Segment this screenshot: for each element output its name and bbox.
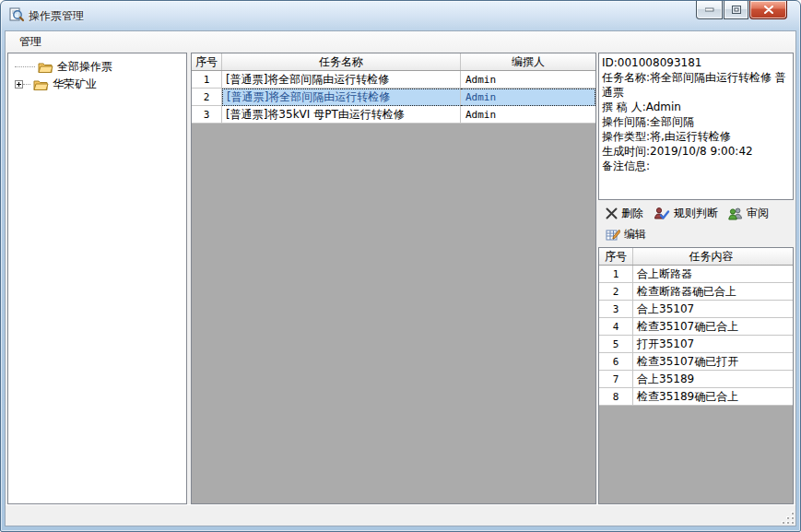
detail-interval: 操作间隔:全部间隔	[602, 114, 790, 129]
person-check-icon	[654, 207, 670, 220]
detail-created-time: 生成时间:2019/10/8 9:00:42	[602, 144, 790, 159]
col-header-task-name[interactable]: 任务名称	[222, 53, 461, 70]
status-bar	[6, 504, 795, 526]
rule-check-button[interactable]: 规则判断	[651, 205, 721, 222]
steps-table-header: 序号 任务内容	[599, 248, 793, 266]
task-table-header: 序号 任务名称 编撰人	[192, 53, 595, 71]
detail-op-type: 操作类型:将,由运行转检修	[602, 129, 790, 144]
ticket-detail-panel: ID:001008093181 任务名称:将全部间隔由运行转检修 普通票 撰 稿…	[598, 53, 794, 200]
step-row[interactable]: 1 合上断路器	[599, 266, 793, 283]
tree-node-all-tickets[interactable]: 全部操作票	[8, 59, 186, 75]
detail-id: ID:001008093181	[602, 55, 790, 70]
folder-icon	[33, 78, 49, 91]
step-row[interactable]: 7 合上35189	[599, 371, 793, 388]
edit-button[interactable]: 编辑	[603, 226, 649, 243]
tree-connector	[23, 84, 30, 85]
tree-expand-icon[interactable]	[15, 80, 23, 89]
step-row[interactable]: 5 打开35107	[599, 336, 793, 353]
action-toolbar: 删除 规则判断 审	[598, 203, 794, 246]
minimize-button[interactable]	[696, 1, 723, 19]
task-grid-panel: 序号 任务名称 编撰人 1 [普通票]将全部间隔由运行转检修 Admin 2 […	[191, 53, 596, 504]
col-header-author[interactable]: 编撰人	[461, 53, 595, 70]
task-table: 序号 任务名称 编撰人 1 [普通票]将全部间隔由运行转检修 Admin 2 […	[192, 53, 595, 124]
client-area: 管理 全部操作票 华荣矿业	[5, 30, 796, 526]
app-preview-icon	[9, 7, 24, 22]
menu-bar: 管理	[6, 31, 795, 52]
step-row[interactable]: 2 检查断路器确已合上	[599, 283, 793, 301]
step-row[interactable]: 4 检查35107确已合上	[599, 318, 793, 336]
menu-item-manage[interactable]: 管理	[11, 31, 50, 52]
review-button[interactable]: 审阅	[725, 205, 772, 222]
task-row[interactable]: 3 [普通票]将35kVⅠ 母PT由运行转检修 Admin	[192, 106, 595, 124]
edit-table-icon	[606, 229, 620, 242]
col-header-no[interactable]: 序号	[192, 53, 222, 70]
tree-node-label: 华荣矿业	[53, 77, 97, 92]
delete-x-icon	[606, 207, 618, 219]
maximize-button[interactable]	[724, 1, 748, 19]
app-window: 操作票管理 管理 全部操	[0, 0, 801, 532]
resize-grip-icon[interactable]	[782, 512, 794, 524]
titlebar[interactable]: 操作票管理	[1, 1, 800, 30]
steps-grid-panel: 序号 任务内容 1 合上断路器 2 检查断路器确已合上 3 合上35107 4	[598, 247, 794, 504]
col-header-no[interactable]: 序号	[599, 248, 633, 265]
task-row-selected[interactable]: 2 [普通票]将全部间隔由运行转检修 Admin	[192, 89, 595, 106]
window-title: 操作票管理	[29, 8, 84, 24]
ticket-tree-panel: 全部操作票 华荣矿业	[7, 53, 187, 504]
step-row[interactable]: 8 检查35189确已合上	[599, 388, 793, 406]
detail-task-name: 任务名称:将全部间隔由运行转检修 普通票	[602, 70, 790, 100]
task-row[interactable]: 1 [普通票]将全部间隔由运行转检修 Admin	[192, 71, 595, 89]
folder-icon	[38, 61, 53, 74]
step-row[interactable]: 3 合上35107	[599, 301, 793, 318]
step-row[interactable]: 6 检查35107确已打开	[599, 353, 793, 371]
people-review-icon	[728, 207, 743, 220]
detail-author: 撰 稿 人:Admin	[602, 100, 790, 114]
tree-node-huarong[interactable]: 华荣矿业	[8, 77, 186, 92]
tree-connector	[15, 66, 35, 67]
detail-remark: 备注信息:	[602, 159, 790, 173]
delete-button[interactable]: 删除	[603, 205, 646, 222]
col-header-content[interactable]: 任务内容	[633, 248, 793, 265]
steps-table: 序号 任务内容 1 合上断路器 2 检查断路器确已合上 3 合上35107 4	[599, 248, 793, 406]
tree-node-label: 全部操作票	[57, 59, 112, 75]
close-button[interactable]	[749, 1, 787, 19]
